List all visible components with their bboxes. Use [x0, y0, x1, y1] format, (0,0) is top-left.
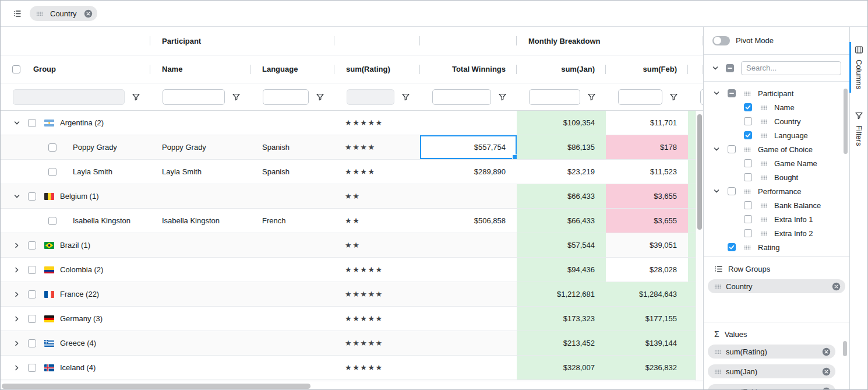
collapse-group-chevron-icon[interactable] [713, 188, 728, 195]
column-group-header-monthly-breakdown[interactable]: Monthly Breakdown [517, 27, 703, 55]
grip-icon[interactable] [760, 231, 767, 236]
row-checkbox[interactable] [48, 143, 57, 152]
grip-icon[interactable] [760, 217, 767, 222]
tree-scrollbar-thumb[interactable] [844, 89, 848, 154]
remove-chip-icon[interactable] [832, 282, 841, 291]
column-header-sum-feb[interactable]: sum(Feb) [606, 55, 688, 83]
filter-funnel-icon[interactable] [401, 93, 410, 101]
column-header-language[interactable]: Language [250, 55, 334, 83]
grip-icon[interactable] [744, 245, 751, 250]
grip-icon[interactable] [714, 349, 721, 354]
row-checkbox[interactable] [28, 290, 36, 298]
collapse-group-icon[interactable] [13, 193, 20, 200]
column-group-header-participant[interactable]: Participant [150, 27, 334, 55]
total-winnings-cell[interactable]: $557,754 [420, 135, 517, 159]
column-tree-item-participant[interactable]: Participant [704, 86, 849, 100]
collapse-group-chevron-icon[interactable] [713, 146, 728, 153]
remove-chip-icon[interactable] [822, 387, 831, 390]
value-chip[interactable]: sum(Rating) [708, 345, 835, 359]
remove-chip-icon[interactable] [84, 9, 93, 18]
column-header-total-winnings[interactable]: Total Winnings [420, 55, 517, 83]
column-visibility-checkbox[interactable] [744, 215, 752, 223]
filter-input-Name[interactable] [163, 89, 225, 105]
filter-input-Total Winnings[interactable] [432, 89, 491, 105]
expand-group-icon[interactable] [13, 266, 20, 273]
column-header-sum-rating[interactable]: sum(Rating) [334, 55, 420, 83]
grip-icon[interactable] [744, 91, 751, 96]
grip-icon[interactable] [744, 189, 751, 194]
row-group-chip[interactable]: Country [708, 279, 845, 293]
column-tree-item-game-of-choice[interactable]: Game of Choice [704, 142, 849, 156]
filter-funnel-icon[interactable] [316, 93, 324, 101]
filter-funnel-icon[interactable] [498, 93, 507, 101]
expand-collapse-all-chevron-icon[interactable] [712, 65, 719, 72]
row-checkbox[interactable] [28, 241, 36, 250]
column-visibility-checkbox[interactable] [744, 103, 752, 111]
grip-icon[interactable] [760, 133, 767, 138]
column-visibility-checkbox[interactable] [728, 89, 736, 97]
column-visibility-checkbox[interactable] [744, 159, 752, 167]
filter-funnel-icon[interactable] [587, 93, 596, 101]
column-tree-item-language[interactable]: Language [704, 128, 849, 142]
column-tree-item-rating[interactable]: Rating [704, 240, 849, 254]
row-checkbox[interactable] [28, 192, 36, 201]
grip-icon[interactable] [714, 284, 721, 289]
column-tree-item-performance[interactable]: Performance [704, 184, 849, 198]
expand-group-icon[interactable] [13, 315, 20, 322]
expand-group-icon[interactable] [13, 340, 20, 347]
column-visibility-checkbox[interactable] [728, 145, 736, 153]
column-visibility-checkbox[interactable] [728, 243, 736, 251]
horizontal-scrollbar-thumb[interactable] [2, 384, 310, 389]
vertical-scrollbar[interactable] [696, 111, 703, 381]
grip-icon[interactable] [760, 161, 767, 166]
grip-icon[interactable] [760, 175, 767, 180]
filter-input-Language[interactable] [263, 89, 309, 105]
values-scrollbar-thumb[interactable] [843, 341, 847, 356]
column-tree-item-country[interactable]: Country [704, 114, 849, 128]
remove-chip-icon[interactable] [822, 367, 831, 376]
remove-chip-icon[interactable] [822, 347, 831, 356]
column-tree-item-bank-balance[interactable]: Bank Balance [704, 198, 849, 212]
row-checkbox[interactable] [28, 364, 36, 372]
column-search-input[interactable] [741, 61, 841, 75]
filter-funnel-icon[interactable] [232, 93, 241, 101]
expand-group-icon[interactable] [13, 364, 20, 371]
column-visibility-checkbox[interactable] [744, 229, 752, 237]
row-checkbox[interactable] [28, 266, 36, 274]
collapse-group-icon[interactable] [13, 120, 20, 127]
column-visibility-checkbox[interactable] [744, 201, 752, 209]
column-tree-item-extra-info-1[interactable]: Extra Info 1 [704, 212, 849, 226]
grip-icon[interactable] [744, 147, 751, 152]
row-group-chip[interactable]: Country [30, 6, 97, 21]
column-tree-item-name[interactable]: Name [704, 100, 849, 114]
tab-filters[interactable]: Filters [850, 108, 867, 149]
filter-funnel-icon[interactable] [669, 93, 678, 101]
select-all-rows-checkbox[interactable] [12, 65, 20, 73]
grip-icon[interactable] [760, 119, 767, 124]
value-chip[interactable]: sum(Feb) [708, 384, 835, 390]
tab-columns[interactable]: Columns [850, 42, 867, 93]
column-header-group[interactable]: Group [1, 55, 150, 83]
filter-input-sum(Jan)[interactable] [529, 89, 580, 105]
expand-group-icon[interactable] [13, 291, 20, 298]
column-visibility-checkbox[interactable] [744, 117, 752, 125]
expand-group-icon[interactable] [13, 242, 20, 249]
grip-icon[interactable] [36, 11, 43, 16]
grip-icon[interactable] [760, 105, 767, 110]
column-visibility-checkbox[interactable] [744, 131, 752, 139]
row-checkbox[interactable] [28, 119, 36, 127]
grip-icon[interactable] [714, 369, 721, 374]
horizontal-scrollbar[interactable] [1, 381, 703, 390]
row-checkbox[interactable] [28, 315, 36, 323]
filter-funnel-icon[interactable] [132, 93, 140, 101]
row-checkbox[interactable] [28, 339, 36, 347]
column-tree-item-extra-info-2[interactable]: Extra Info 2 [704, 226, 849, 240]
column-visibility-checkbox[interactable] [728, 187, 736, 195]
select-all-columns-checkbox[interactable] [726, 64, 734, 72]
collapse-group-chevron-icon[interactable] [713, 90, 728, 97]
pivot-mode-toggle[interactable] [712, 36, 730, 45]
filter-input-sum(Feb)[interactable] [618, 89, 662, 105]
grip-icon[interactable] [760, 203, 767, 208]
row-checkbox[interactable] [48, 168, 57, 176]
value-chip[interactable]: sum(Jan) [708, 364, 835, 378]
